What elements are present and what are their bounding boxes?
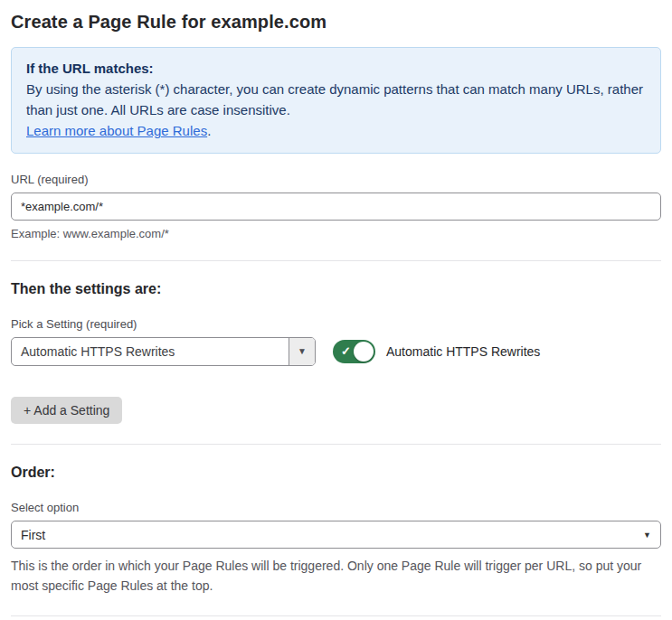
setting-select-arrow-button[interactable]: ▼ xyxy=(289,338,315,365)
url-match-info-box: If the URL matches: By using the asteris… xyxy=(11,47,661,154)
add-setting-button[interactable]: + Add a Setting xyxy=(11,397,122,424)
info-box-link-line: Learn more about Page Rules. xyxy=(26,120,646,141)
order-select[interactable]: First ▼ xyxy=(11,521,661,549)
info-box-heading: If the URL matches: xyxy=(26,58,646,79)
info-box-body: By using the asterisk (*) character, you… xyxy=(26,79,646,120)
divider xyxy=(11,260,661,261)
chevron-down-icon: ▼ xyxy=(298,347,307,356)
url-field-helper: Example: www.example.com/* xyxy=(11,227,661,240)
url-field-label: URL (required) xyxy=(11,173,661,186)
order-select-label: Select option xyxy=(11,501,661,514)
setting-row: Automatic HTTPS Rewrites ▼ ✓ Automatic H… xyxy=(11,337,661,366)
toggle-label: Automatic HTTPS Rewrites xyxy=(386,344,540,359)
settings-section-heading: Then the settings are: xyxy=(11,281,661,297)
url-input[interactable] xyxy=(11,193,661,221)
pick-setting-label: Pick a Setting (required) xyxy=(11,317,661,331)
setting-select-value: Automatic HTTPS Rewrites xyxy=(12,338,289,365)
order-select-value: First xyxy=(21,528,45,542)
order-helper-text: This is the order in which your Page Rul… xyxy=(11,556,653,596)
check-icon: ✓ xyxy=(341,345,351,357)
setting-toggle[interactable]: ✓ xyxy=(333,340,375,363)
chevron-down-icon: ▼ xyxy=(643,531,651,540)
setting-select[interactable]: Automatic HTTPS Rewrites ▼ xyxy=(11,337,316,366)
create-page-rule-panel: Create a Page Rule for example.com If th… xyxy=(0,0,672,620)
divider xyxy=(11,444,661,445)
order-section-heading: Order: xyxy=(11,465,661,481)
learn-more-link[interactable]: Learn more about Page Rules xyxy=(26,123,207,138)
link-suffix: . xyxy=(207,123,211,138)
divider xyxy=(11,615,661,616)
toggle-knob xyxy=(354,342,374,362)
page-title: Create a Page Rule for example.com xyxy=(11,12,661,33)
